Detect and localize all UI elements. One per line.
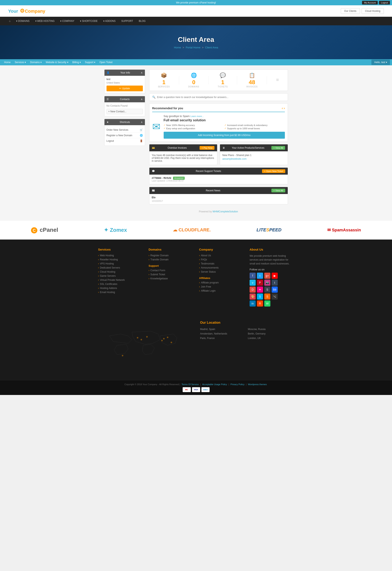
client-nav-support[interactable]: Support ▾ [83,59,97,65]
main-content-area: 👤 Your Info ∧ test United States ✏ Updat… [98,65,294,220]
company-server-status[interactable]: Server Status [199,270,216,273]
hello-user-btn[interactable]: Hello, test ▾ [371,60,390,65]
whmcs-link[interactable]: WHMCompleteSolution [213,210,238,213]
rec-cta-button[interactable]: Add Incoming Scanning from just $2.99 US… [164,132,285,139]
social-youtube[interactable]: ▶ [272,273,278,279]
copyright-text: Copyright © 2018 Your Company - All Righ… [8,383,384,386]
nav-web-hosting[interactable]: ▾ WEB HOSTING [32,17,57,25]
view-all-products-button[interactable]: + View All [271,146,285,150]
aup-link[interactable]: Acceptable Usage Policy [202,383,227,386]
footer-company-list: About Us FAQs Testimonials Announcements… [199,254,244,273]
client-nav-website[interactable]: Website & Security ▾ [44,59,70,65]
affiliate-program[interactable]: Affiliate program [199,281,219,284]
nav-company[interactable]: ▾ COMPANY [57,17,77,25]
company-faq[interactable]: FAQs [199,258,207,261]
list-item: Dedicated Servers [98,266,143,269]
shortcut-logout[interactable]: Logout 🚪 [107,138,143,144]
nav-blog[interactable]: BLOG [136,17,148,25]
cloud-hosting-btn[interactable]: Cloud Hosting [362,8,384,14]
list-item: Affiliate program [199,281,244,284]
nav-support[interactable]: SUPPORT [118,17,136,25]
domain-transfer[interactable]: Transfer Domain [149,258,168,261]
social-deviantart[interactable]: D [250,287,256,293]
social-linkedin[interactable]: in [250,300,256,307]
nav-shortcode[interactable]: ▾ SHORTCODE [77,17,100,25]
client-nav-domains[interactable]: Domains ▾ [28,59,44,65]
client-nav-services[interactable]: Services ▾ [13,59,28,65]
learn-more-link[interactable]: Learn more... [190,115,204,117]
social-stumbleupon[interactable]: S [264,293,270,300]
rec-main-title: Full email security solution [164,118,285,122]
pay-now-button[interactable]: + Pay Now [200,146,215,150]
social-instagram[interactable]: 📷 [264,279,270,286]
service-web-hosting[interactable]: Web Hosting [98,254,114,257]
affiliate-login[interactable]: Affiliate Login [199,289,216,292]
nav-home[interactable]: ⌂ [6,17,13,25]
service-reseller[interactable]: Reseller Hosting [98,258,118,261]
update-button[interactable]: ✏ Update [107,86,143,91]
active-products-header: 🖥 Your Active Products/Services + View A… [220,144,288,151]
rec-next[interactable]: › [284,106,285,110]
service-ssl[interactable]: SSL Certificates [98,283,118,286]
social-steam[interactable]: S [264,287,270,293]
shortcuts-toggle[interactable]: ∧ [141,121,143,124]
client-nav-billing[interactable]: Billing ▾ [70,59,83,65]
new-contact-button[interactable]: + New Contact... [107,109,143,114]
nav-domains[interactable]: ▾ DOMAINS [13,17,32,25]
service-cloud[interactable]: Cloud Hosting [98,270,115,273]
social-whatsapp[interactable]: W [264,300,270,307]
shortcut-order-services[interactable]: Order New Services 🛒 [107,127,143,133]
social-da[interactable]: 🎨 [250,293,256,300]
my-account-btn[interactable]: My Account [362,1,378,4]
social-tumblr[interactable]: t [272,279,278,286]
service-game[interactable]: Game Servers [98,275,116,277]
service-vps[interactable]: VPS Hosting [98,262,114,265]
privacy-link[interactable]: Privacy Policy [231,383,244,386]
support-ticket[interactable]: Submit Ticket [149,273,165,276]
our-clients-btn[interactable]: Our Clients [341,8,360,14]
company-about[interactable]: About Us [199,254,211,257]
social-reddit[interactable]: R [257,300,263,307]
nav-addons[interactable]: ▾ ADDONS [100,17,118,25]
company-announcements[interactable]: Announcements [199,266,219,269]
client-nav-open-ticket[interactable]: Open Ticket [97,59,114,65]
service-dedicated[interactable]: Dedicated Servers [98,266,120,269]
view-all-news-button[interactable]: + View All [271,189,285,192]
social-github[interactable]: ⌥ [272,293,278,300]
amex-icon: AMEX [201,387,210,392]
service-addons[interactable]: Hosting Addons [98,287,117,290]
logout-top-btn[interactable]: Logout [379,1,390,4]
social-twitter[interactable]: t [257,273,263,279]
product-domain-link[interactable]: aexamplewebsite.com [223,158,247,160]
open-ticket-button[interactable]: + Open New Ticket [262,169,285,173]
shortcut-register-domain[interactable]: Register a New Domain 🌐 [107,133,143,138]
social-facebook[interactable]: f [250,273,256,279]
domain-register[interactable]: Register Domain [149,254,168,257]
social-pinterest[interactable]: P [257,279,263,286]
client-nav-home[interactable]: Home [2,59,13,65]
search-input[interactable] [157,96,285,99]
loc-amsterdam: Amsterdam, Netherlands [200,332,246,335]
social-behance[interactable]: Bē [272,287,278,293]
support-contact[interactable]: Contact Form [149,269,165,272]
breadcrumb-home[interactable]: Home [174,46,181,49]
service-email[interactable]: Email Hosting [98,291,115,294]
company-testimonials[interactable]: Testimonials [199,262,214,265]
breadcrumb-client[interactable]: Client Area [205,46,218,49]
rec-prev[interactable]: ‹ [282,106,283,110]
social-flickr[interactable]: ✦ [257,287,263,293]
wordpress-link[interactable]: Wordpress themes [248,383,267,386]
terms-link[interactable]: Terms Of Service [182,383,199,386]
your-info-toggle[interactable]: ∧ [141,71,143,74]
affiliate-join[interactable]: Join Free [199,285,211,288]
social-skype[interactable]: S [257,293,263,300]
service-vpn[interactable]: Virtual Private Network [98,278,125,281]
social-vimeo[interactable]: v [250,279,256,286]
support-kb[interactable]: Knowledgebase [149,277,168,280]
contacts-toggle[interactable]: ∧ [141,98,143,101]
social-googleplus[interactable]: g+ [264,273,270,279]
loc-berlin: Berlin, Germany [248,332,294,335]
breadcrumb-portal[interactable]: Portal Home [186,46,200,49]
svg-point-1 [137,337,138,338]
social-grid: f t g+ ▶ v P 📷 t D ✦ S Bē 🎨 S S ⌥ in R W [250,273,294,307]
